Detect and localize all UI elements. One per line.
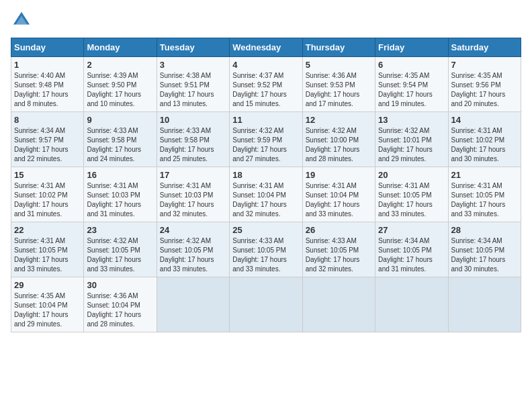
sunrise-label: Sunrise: 4:37 AM — [232, 72, 283, 79]
day-info: Sunrise: 4:32 AM Sunset: 10:05 PM Daylig… — [160, 236, 226, 274]
sunrise-label: Sunrise: 4:33 AM — [306, 237, 357, 244]
logo — [11, 11, 34, 32]
sunrise-label: Sunrise: 4:31 AM — [306, 182, 357, 189]
sunset-label: Sunset: 9:53 PM — [306, 81, 355, 89]
calendar-cell — [157, 277, 229, 332]
calendar-cell: 25 Sunrise: 4:33 AM Sunset: 10:05 PM Day… — [230, 222, 302, 277]
calendar-cell: 22 Sunrise: 4:31 AM Sunset: 10:05 PM Day… — [11, 222, 84, 277]
sunset-label: Sunset: 10:04 PM — [14, 302, 68, 309]
calendar-cell: 7 Sunrise: 4:35 AM Sunset: 9:56 PM Dayli… — [448, 57, 521, 112]
daylight-label: Daylight: 17 hours and 22 minutes. — [14, 146, 69, 163]
calendar-cell: 5 Sunrise: 4:36 AM Sunset: 9:53 PM Dayli… — [302, 57, 375, 112]
sunset-label: Sunset: 9:57 PM — [14, 136, 64, 144]
day-header-sunday: Sunday — [11, 38, 84, 57]
sunset-label: Sunset: 9:50 PM — [87, 81, 136, 89]
sunset-label: Sunset: 10:02 PM — [14, 191, 68, 199]
sunrise-label: Sunrise: 4:34 AM — [451, 237, 502, 244]
daylight-label: Daylight: 17 hours and 30 minutes. — [451, 146, 506, 163]
day-info: Sunrise: 4:31 AM Sunset: 10:05 PM Daylig… — [378, 181, 445, 219]
sunset-label: Sunset: 10:03 PM — [160, 191, 214, 199]
sunset-label: Sunset: 10:01 PM — [378, 136, 432, 144]
sunrise-label: Sunrise: 4:33 AM — [87, 127, 138, 134]
day-info: Sunrise: 4:37 AM Sunset: 9:52 PM Dayligh… — [232, 71, 299, 109]
day-number: 21 — [451, 170, 518, 180]
day-info: Sunrise: 4:35 AM Sunset: 9:54 PM Dayligh… — [378, 71, 445, 109]
sunset-label: Sunset: 9:51 PM — [160, 81, 210, 89]
day-info: Sunrise: 4:33 AM Sunset: 9:58 PM Dayligh… — [160, 126, 226, 164]
day-info: Sunrise: 4:31 AM Sunset: 10:05 PM Daylig… — [14, 236, 81, 274]
sunrise-label: Sunrise: 4:34 AM — [378, 237, 429, 244]
daylight-label: Daylight: 17 hours and 17 minutes. — [306, 91, 360, 107]
daylight-label: Daylight: 17 hours and 19 minutes. — [378, 91, 433, 107]
calendar-cell: 19 Sunrise: 4:31 AM Sunset: 10:04 PM Day… — [302, 167, 375, 222]
daylight-label: Daylight: 17 hours and 33 minutes. — [232, 256, 287, 273]
day-number: 13 — [378, 115, 445, 125]
day-info: Sunrise: 4:31 AM Sunset: 10:03 PM Daylig… — [160, 181, 226, 219]
calendar-week-row: 1 Sunrise: 4:40 AM Sunset: 9:48 PM Dayli… — [11, 57, 521, 112]
sunset-label: Sunset: 9:48 PM — [14, 81, 64, 89]
sunrise-label: Sunrise: 4:36 AM — [87, 292, 138, 300]
page-header — [11, 11, 521, 32]
calendar-cell: 4 Sunrise: 4:37 AM Sunset: 9:52 PM Dayli… — [230, 57, 302, 112]
day-info: Sunrise: 4:35 AM Sunset: 9:56 PM Dayligh… — [451, 71, 518, 109]
calendar-cell — [375, 277, 448, 332]
sunrise-label: Sunrise: 4:31 AM — [232, 182, 283, 189]
calendar-cell: 18 Sunrise: 4:31 AM Sunset: 10:04 PM Day… — [230, 167, 302, 222]
sunset-label: Sunset: 9:58 PM — [87, 136, 136, 144]
day-info: Sunrise: 4:36 AM Sunset: 10:04 PM Daylig… — [87, 291, 153, 329]
sunrise-label: Sunrise: 4:40 AM — [14, 72, 65, 79]
calendar-cell: 16 Sunrise: 4:31 AM Sunset: 10:03 PM Day… — [84, 167, 157, 222]
calendar-header-row: SundayMondayTuesdayWednesdayThursdayFrid… — [11, 38, 521, 57]
daylight-label: Daylight: 17 hours and 25 minutes. — [160, 146, 214, 163]
day-number: 22 — [14, 225, 81, 235]
daylight-label: Daylight: 17 hours and 29 minutes. — [14, 311, 69, 328]
day-number: 20 — [378, 170, 445, 180]
day-info: Sunrise: 4:31 AM Sunset: 10:04 PM Daylig… — [306, 181, 372, 219]
calendar-cell: 12 Sunrise: 4:32 AM Sunset: 10:00 PM Day… — [302, 112, 375, 167]
day-info: Sunrise: 4:31 AM Sunset: 10:05 PM Daylig… — [451, 181, 518, 219]
sunset-label: Sunset: 10:00 PM — [306, 136, 359, 144]
sunrise-label: Sunrise: 4:36 AM — [306, 72, 357, 79]
daylight-label: Daylight: 17 hours and 27 minutes. — [232, 146, 287, 163]
calendar-cell: 10 Sunrise: 4:33 AM Sunset: 9:58 PM Dayl… — [157, 112, 229, 167]
day-info: Sunrise: 4:34 AM Sunset: 10:05 PM Daylig… — [378, 236, 445, 274]
sunrise-label: Sunrise: 4:32 AM — [232, 127, 283, 134]
sunset-label: Sunset: 10:05 PM — [451, 246, 505, 254]
calendar-cell: 30 Sunrise: 4:36 AM Sunset: 10:04 PM Day… — [84, 277, 157, 332]
daylight-label: Daylight: 17 hours and 31 minutes. — [14, 201, 69, 218]
daylight-label: Daylight: 17 hours and 20 minutes. — [451, 91, 506, 107]
day-number: 11 — [232, 115, 299, 125]
day-number: 27 — [378, 225, 445, 235]
day-number: 5 — [306, 60, 372, 70]
sunset-label: Sunset: 10:04 PM — [306, 191, 359, 199]
calendar-cell: 23 Sunrise: 4:32 AM Sunset: 10:05 PM Day… — [84, 222, 157, 277]
day-number: 15 — [14, 170, 81, 180]
sunset-label: Sunset: 10:04 PM — [87, 302, 140, 309]
day-info: Sunrise: 4:32 AM Sunset: 9:59 PM Dayligh… — [232, 126, 299, 164]
sunset-label: Sunset: 10:05 PM — [451, 191, 505, 199]
day-header-thursday: Thursday — [302, 38, 375, 57]
sunrise-label: Sunrise: 4:35 AM — [378, 72, 429, 79]
daylight-label: Daylight: 17 hours and 33 minutes. — [306, 201, 360, 218]
day-info: Sunrise: 4:35 AM Sunset: 10:04 PM Daylig… — [14, 291, 81, 329]
day-info: Sunrise: 4:33 AM Sunset: 9:58 PM Dayligh… — [87, 126, 153, 164]
sunrise-label: Sunrise: 4:31 AM — [14, 237, 65, 244]
day-info: Sunrise: 4:36 AM Sunset: 9:53 PM Dayligh… — [306, 71, 372, 109]
daylight-label: Daylight: 17 hours and 33 minutes. — [378, 201, 433, 218]
day-number: 30 — [87, 280, 153, 290]
day-number: 24 — [160, 225, 226, 235]
sunrise-label: Sunrise: 4:32 AM — [160, 237, 211, 244]
day-info: Sunrise: 4:32 AM Sunset: 10:00 PM Daylig… — [306, 126, 372, 164]
sunrise-label: Sunrise: 4:31 AM — [451, 127, 502, 134]
sunset-label: Sunset: 9:52 PM — [232, 81, 282, 89]
day-number: 9 — [87, 115, 153, 125]
sunset-label: Sunset: 10:05 PM — [378, 191, 432, 199]
sunset-label: Sunset: 9:59 PM — [232, 136, 282, 144]
day-number: 18 — [232, 170, 299, 180]
sunrise-label: Sunrise: 4:32 AM — [87, 237, 138, 244]
sunset-label: Sunset: 10:04 PM — [232, 191, 286, 199]
daylight-label: Daylight: 17 hours and 33 minutes. — [160, 256, 214, 273]
day-header-friday: Friday — [375, 38, 448, 57]
sunset-label: Sunset: 9:56 PM — [451, 81, 501, 89]
logo-icon — [12, 11, 31, 30]
